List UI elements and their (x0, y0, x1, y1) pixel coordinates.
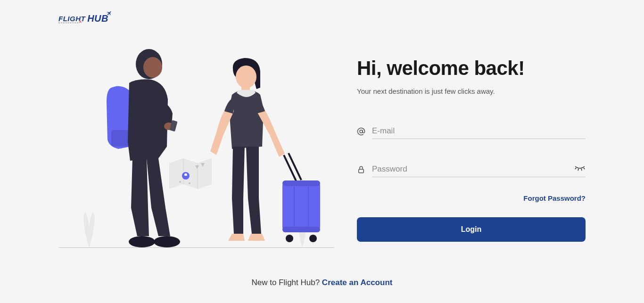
svg-point-22 (360, 130, 363, 133)
email-field[interactable] (372, 123, 586, 139)
traveler-illustration-1 (97, 48, 182, 247)
svg-point-5 (129, 236, 155, 247)
password-input-group (357, 162, 586, 177)
svg-point-21 (309, 235, 317, 242)
map-illustration (167, 156, 214, 191)
travel-illustration (58, 48, 334, 248)
svg-point-20 (286, 235, 293, 242)
svg-line-14 (289, 153, 301, 180)
page-title: Hi, welcome back! (357, 57, 586, 80)
svg-point-11 (236, 66, 256, 88)
plane-icon (107, 10, 112, 16)
signup-prompt: New to Flight Hub? Create an Account (58, 278, 586, 287)
svg-line-25 (578, 169, 578, 171)
forgot-password-link[interactable]: Forgot Password? (357, 194, 586, 202)
svg-point-9 (189, 182, 190, 184)
svg-point-10 (179, 181, 181, 183)
svg-line-13 (284, 155, 297, 182)
svg-point-1 (143, 57, 162, 78)
svg-line-26 (581, 169, 582, 171)
svg-rect-23 (359, 169, 364, 173)
traveler-illustration-2 (209, 57, 322, 247)
password-field[interactable] (372, 162, 586, 177)
plant-decoration-left (80, 205, 99, 247)
svg-rect-15 (282, 180, 320, 232)
logo-underline (58, 23, 78, 23)
create-account-link[interactable]: Create an Account (322, 278, 393, 287)
svg-point-6 (154, 236, 180, 247)
eye-closed-icon[interactable] (574, 165, 586, 172)
svg-rect-17 (282, 227, 320, 232)
logo-x-mark: ✕ (79, 20, 83, 24)
login-button[interactable]: Login (357, 217, 586, 242)
lock-icon (357, 165, 365, 174)
at-sign-icon (357, 127, 365, 136)
svg-rect-2 (111, 130, 130, 147)
brand-logo[interactable]: FLIGHT HUB ✕ (58, 13, 586, 24)
email-input-group (357, 123, 586, 139)
svg-rect-16 (282, 180, 320, 186)
logo-hub-text: HUB (87, 13, 108, 24)
signup-prompt-text: New to Flight Hub? (252, 278, 322, 287)
svg-line-24 (575, 168, 576, 169)
svg-line-27 (584, 168, 585, 169)
page-subtitle: Your next destination is just few clicks… (357, 87, 586, 95)
login-form: Hi, welcome back! Your next destination … (357, 48, 586, 248)
